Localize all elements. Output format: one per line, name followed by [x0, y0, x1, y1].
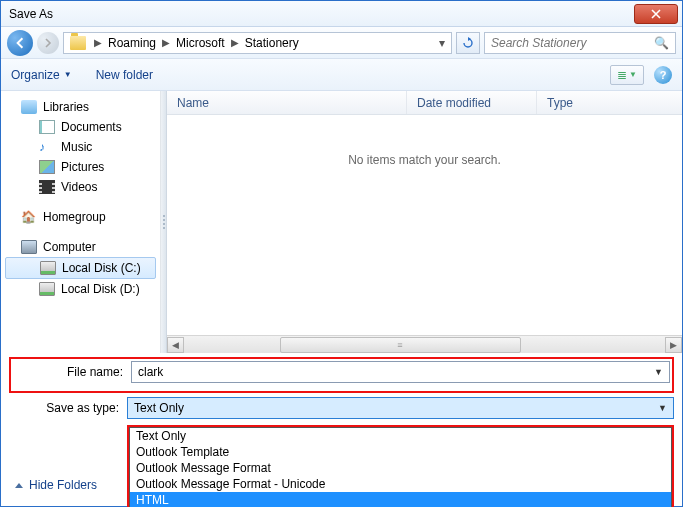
title-bar: Save As	[1, 1, 682, 27]
videos-icon	[39, 180, 55, 194]
chevron-right-icon: ▶	[90, 37, 106, 48]
saveastype-combo[interactable]: Text Only ▼	[127, 397, 674, 419]
disk-icon	[40, 261, 56, 275]
column-headers: Name Date modified Type	[167, 91, 682, 115]
highlight-filename: File name: ▼	[9, 357, 674, 393]
saveastype-dropdown[interactable]: Text Only Outlook Template Outlook Messa…	[129, 427, 672, 507]
scroll-left-button[interactable]: ◀	[167, 337, 184, 353]
breadcrumb[interactable]: ▶ Roaming ▶ Microsoft ▶ Stationery ▾	[63, 32, 452, 54]
music-icon: ♪	[39, 140, 55, 154]
organize-button[interactable]: Organize ▼	[11, 68, 72, 82]
libraries-icon	[21, 100, 37, 114]
arrow-left-icon	[14, 37, 26, 49]
scroll-thumb[interactable]: ≡	[280, 337, 521, 353]
sidebar-item-videos[interactable]: Videos	[1, 177, 160, 197]
sidebar-item-homegroup[interactable]: 🏠Homegroup	[1, 207, 160, 227]
arrow-right-icon	[43, 38, 53, 48]
pictures-icon	[39, 160, 55, 174]
chevron-right-icon: ▶	[227, 37, 243, 48]
nav-back-button[interactable]	[7, 30, 33, 56]
option-outlook-message-format[interactable]: Outlook Message Format	[130, 460, 671, 476]
homegroup-icon: 🏠	[21, 210, 37, 224]
document-icon	[39, 120, 55, 134]
nav-forward-button[interactable]	[37, 32, 59, 54]
chevron-right-icon: ▶	[158, 37, 174, 48]
form-area: File name: ▼ Save as type: Text Only ▼	[1, 353, 682, 507]
horizontal-scrollbar[interactable]: ◀ ≡ ▶	[167, 335, 682, 353]
caret-up-icon	[15, 483, 23, 488]
sidebar-item-local-d[interactable]: Local Disk (D:)	[1, 279, 160, 299]
saveastype-label: Save as type:	[9, 401, 127, 415]
nav-bar: ▶ Roaming ▶ Microsoft ▶ Stationery ▾ 🔍	[1, 27, 682, 59]
folder-icon	[70, 36, 86, 50]
breadcrumb-segment[interactable]: Roaming	[106, 36, 158, 50]
option-html[interactable]: HTML	[130, 492, 671, 507]
filename-input[interactable]: ▼	[131, 361, 670, 383]
sidebar-item-computer[interactable]: Computer	[1, 237, 160, 257]
sidebar-item-libraries[interactable]: Libraries	[1, 97, 160, 117]
refresh-button[interactable]	[456, 32, 480, 54]
sidebar-item-music[interactable]: ♪Music	[1, 137, 160, 157]
breadcrumb-segment[interactable]: Microsoft	[174, 36, 227, 50]
sidebar-item-local-c[interactable]: Local Disk (C:)	[5, 257, 156, 279]
refresh-icon	[462, 37, 474, 49]
filename-field[interactable]	[138, 365, 654, 379]
search-box[interactable]: 🔍	[484, 32, 676, 54]
toolbar: Organize ▼ New folder ≣▼ ?	[1, 59, 682, 91]
highlight-dropdown: Text Only Outlook Template Outlook Messa…	[127, 425, 674, 507]
help-button[interactable]: ?	[654, 66, 672, 84]
new-folder-button[interactable]: New folder	[96, 68, 153, 82]
chevron-down-icon: ▼	[64, 70, 72, 79]
breadcrumb-tail: ▾	[439, 36, 449, 50]
search-input[interactable]	[491, 36, 654, 50]
filename-label: File name:	[13, 365, 131, 379]
option-outlook-template[interactable]: Outlook Template	[130, 444, 671, 460]
close-button[interactable]	[634, 4, 678, 24]
computer-icon	[21, 240, 37, 254]
view-icon: ≣	[617, 68, 627, 82]
hide-folders-button[interactable]: Hide Folders	[15, 478, 97, 492]
search-icon: 🔍	[654, 36, 669, 50]
body: Libraries Documents ♪Music Pictures Vide…	[1, 91, 682, 353]
empty-message: No items match your search.	[167, 115, 682, 335]
disk-icon	[39, 282, 55, 296]
scroll-track[interactable]: ≡	[184, 337, 665, 353]
column-name[interactable]: Name	[167, 91, 407, 114]
chevron-down-icon[interactable]: ▾	[439, 36, 445, 50]
column-type[interactable]: Type	[537, 91, 682, 114]
close-icon	[651, 9, 661, 19]
saveastype-value: Text Only	[134, 401, 184, 415]
view-options-button[interactable]: ≣▼	[610, 65, 644, 85]
option-outlook-message-format-unicode[interactable]: Outlook Message Format - Unicode	[130, 476, 671, 492]
sidebar-item-pictures[interactable]: Pictures	[1, 157, 160, 177]
scroll-right-button[interactable]: ▶	[665, 337, 682, 353]
chevron-down-icon[interactable]: ▼	[654, 367, 663, 377]
save-as-dialog: Save As ▶ Roaming ▶ Microsoft ▶ Statione…	[0, 0, 683, 507]
chevron-down-icon: ▼	[629, 70, 637, 79]
sidebar: Libraries Documents ♪Music Pictures Vide…	[1, 91, 161, 353]
breadcrumb-segment[interactable]: Stationery	[243, 36, 301, 50]
sidebar-item-documents[interactable]: Documents	[1, 117, 160, 137]
window-title: Save As	[9, 7, 634, 21]
option-text-only[interactable]: Text Only	[130, 428, 671, 444]
chevron-down-icon[interactable]: ▼	[658, 403, 667, 413]
file-list-area: Name Date modified Type No items match y…	[167, 91, 682, 353]
column-date[interactable]: Date modified	[407, 91, 537, 114]
